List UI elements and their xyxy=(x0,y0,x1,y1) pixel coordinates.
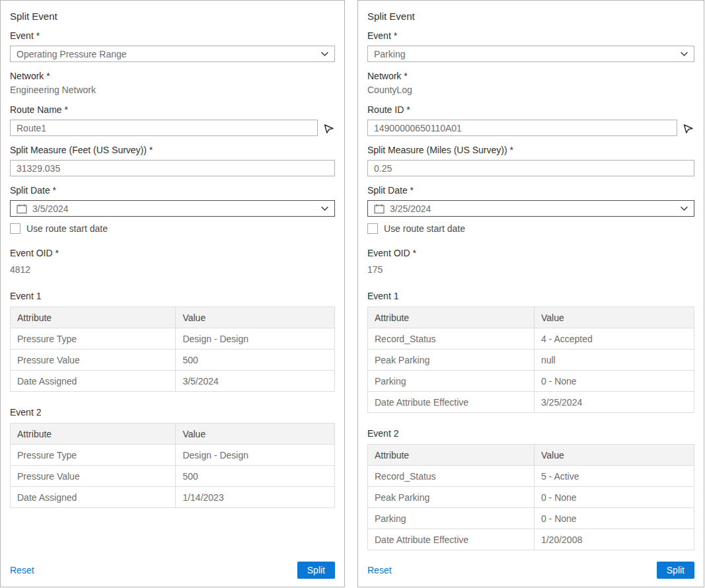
event-select-value: Parking xyxy=(374,49,681,59)
table-cell: Date Attribute Effective xyxy=(368,392,535,413)
route-input[interactable] xyxy=(367,120,677,136)
event-oid-label: Event OID * xyxy=(367,248,694,259)
table-cell: Peak Parking xyxy=(368,349,535,371)
table-cell: 1/14/2023 xyxy=(176,487,335,508)
panel-footer: Reset Split xyxy=(10,562,335,579)
table-cell: Peak Parking xyxy=(368,487,535,508)
reset-button[interactable]: Reset xyxy=(367,565,392,575)
split-event-panel-right: Split Event Event * Parking Network * Co… xyxy=(357,0,704,587)
split-date-input[interactable]: 3/5/2024 xyxy=(10,200,335,217)
attribute-column-header: Attribute xyxy=(368,445,535,466)
table-row: Date Assigned1/14/2023 xyxy=(11,487,335,508)
network-value: CountyLog xyxy=(367,84,694,96)
route-label: Route ID * xyxy=(367,104,694,116)
calendar-icon xyxy=(17,203,27,214)
table-cell: Date Attribute Effective xyxy=(368,529,535,550)
split-date-value: 3/5/2024 xyxy=(32,203,321,214)
table-header-row: Attribute Value xyxy=(368,307,694,328)
event1-heading: Event 1 xyxy=(10,291,335,301)
table-row: Record_Status4 - Accepted xyxy=(368,328,694,349)
table-header-row: Attribute Value xyxy=(11,423,335,445)
pointer-arrow-icon[interactable] xyxy=(683,122,694,134)
network-label: Network * xyxy=(10,71,335,82)
table-row: Record_Status5 - Active xyxy=(368,466,694,487)
route-label: Route Name * xyxy=(10,104,335,116)
value-column-header: Value xyxy=(176,423,335,445)
chevron-down-icon xyxy=(321,52,328,57)
split-measure-label: Split Measure (Feet (US Survey)) * xyxy=(10,145,335,156)
use-route-start-date-checkbox[interactable] xyxy=(367,223,378,234)
table-header-row: Attribute Value xyxy=(368,445,694,466)
split-button[interactable]: Split xyxy=(657,562,694,579)
use-route-start-date-row: Use route start date xyxy=(10,223,335,234)
table-row: Pressure TypeDesign - Design xyxy=(11,445,335,466)
event-select[interactable]: Operating Pressure Range xyxy=(10,46,335,62)
event2-heading: Event 2 xyxy=(10,407,335,418)
table-cell: Design - Design xyxy=(176,445,335,466)
value-column-header: Value xyxy=(534,307,694,328)
table-cell: Pressure Type xyxy=(11,328,176,349)
split-button[interactable]: Split xyxy=(297,562,335,579)
reset-button[interactable]: Reset xyxy=(10,565,34,575)
table-cell: 5 - Active xyxy=(534,466,694,487)
network-value: Engineering Network xyxy=(10,84,335,96)
split-date-value: 3/25/2024 xyxy=(390,203,681,214)
event-label: Event * xyxy=(367,30,694,42)
event2-table: Attribute Value Pressure TypeDesign - De… xyxy=(10,423,335,508)
table-cell: Pressure Value xyxy=(11,349,176,371)
table-row: Date Assigned3/5/2024 xyxy=(11,371,335,392)
table-row: Pressure Value500 xyxy=(11,349,335,371)
table-row: Date Attribute Effective1/20/2008 xyxy=(368,529,694,550)
table-cell: 0 - None xyxy=(534,508,694,529)
page-title: Split Event xyxy=(367,11,694,22)
event-label: Event * xyxy=(10,30,335,42)
table-cell: 3/5/2024 xyxy=(176,371,335,392)
split-date-label: Split Date * xyxy=(10,185,335,196)
event1-table: Attribute Value Record_Status4 - Accepte… xyxy=(367,307,694,413)
table-cell: 3/25/2024 xyxy=(534,392,694,413)
pointer-arrow-icon[interactable] xyxy=(323,122,335,134)
page-title: Split Event xyxy=(10,11,335,22)
table-cell: Date Assigned xyxy=(11,371,176,392)
attribute-column-header: Attribute xyxy=(11,307,176,328)
table-cell: Design - Design xyxy=(176,328,335,349)
use-route-start-date-label: Use route start date xyxy=(384,223,465,234)
calendar-icon xyxy=(374,203,385,214)
attribute-column-header: Attribute xyxy=(11,423,176,445)
table-cell: Record_Status xyxy=(368,328,535,349)
table-row: Peak Parking0 - None xyxy=(368,487,694,508)
table-row: Peak Parkingnull xyxy=(368,349,694,371)
table-row: Date Attribute Effective3/25/2024 xyxy=(368,392,694,413)
chevron-down-icon xyxy=(321,206,328,211)
event2-heading: Event 2 xyxy=(367,428,694,439)
event-select-value: Operating Pressure Range xyxy=(17,49,321,59)
split-date-label: Split Date * xyxy=(367,185,694,196)
event-oid-value: 4812 xyxy=(10,264,335,276)
network-label: Network * xyxy=(367,71,694,82)
split-measure-input[interactable] xyxy=(367,160,694,176)
table-row: Pressure TypeDesign - Design xyxy=(11,328,335,349)
use-route-start-date-checkbox[interactable] xyxy=(10,223,20,234)
value-column-header: Value xyxy=(176,307,335,328)
table-row: Parking0 - None xyxy=(368,371,694,392)
table-cell: 0 - None xyxy=(534,371,694,392)
table-cell: Record_Status xyxy=(368,466,535,487)
event1-table: Attribute Value Pressure TypeDesign - De… xyxy=(10,307,335,392)
event2-table: Attribute Value Record_Status5 - ActiveP… xyxy=(367,444,694,550)
table-cell: 0 - None xyxy=(534,487,694,508)
table-cell: null xyxy=(534,349,694,371)
table-cell: 1/20/2008 xyxy=(534,529,694,550)
event-oid-label: Event OID * xyxy=(10,248,335,259)
split-measure-input[interactable] xyxy=(10,160,335,176)
split-event-panel-left: Split Event Event * Operating Pressure R… xyxy=(0,0,345,587)
table-cell: 500 xyxy=(176,349,335,371)
split-date-input[interactable]: 3/25/2024 xyxy=(367,200,694,217)
value-column-header: Value xyxy=(534,445,694,466)
table-cell: Date Assigned xyxy=(11,487,176,508)
event-select[interactable]: Parking xyxy=(367,46,694,62)
split-measure-label: Split Measure (Miles (US Survey)) * xyxy=(367,145,694,156)
chevron-down-icon xyxy=(681,206,688,211)
route-input[interactable] xyxy=(10,120,318,136)
attribute-column-header: Attribute xyxy=(368,307,535,328)
use-route-start-date-label: Use route start date xyxy=(26,223,108,234)
